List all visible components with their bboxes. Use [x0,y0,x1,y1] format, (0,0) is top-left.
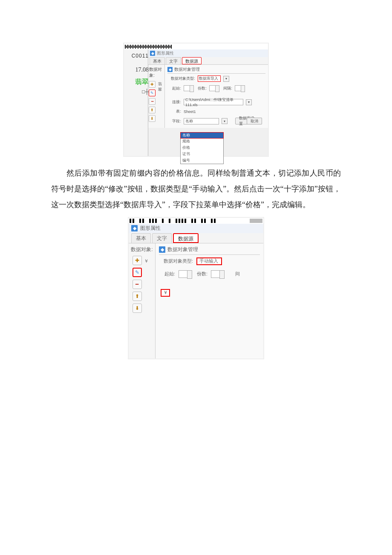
tab-data-source[interactable]: 数据源 [173,233,199,243]
sheet-value: Sheet1 [184,110,196,114]
body-paragraph: 然后添加带有固定前缀内容的价格信息。同样绘制普通文本，切记添加人民币的符号时是选… [51,165,341,213]
price-value: 17.08 [124,59,149,73]
screenshot-2: ◆ 图形属性 基本 文字 数据源 数据对象: ✚ ✎ ━ ⬆ ⬇ ￥ [128,217,264,359]
start-label: 起始: [163,271,175,277]
panel-title: 图形属性 [140,225,161,232]
tab-basic[interactable]: 基本 [131,233,151,243]
delete-button[interactable]: ━ [149,98,156,105]
panel-icon: ◆ [131,225,138,231]
edit-button[interactable]: ✎ [133,268,142,277]
chevron-down-icon[interactable]: ▾ [246,99,252,105]
panel-icon: ◆ [150,51,155,56]
type-label: 数据对象类型: [171,76,195,81]
property-tabs: 基本 文字 数据源 [129,233,263,243]
ruler [124,43,268,49]
barcode-code: C0011 [124,49,149,59]
start-spinner[interactable]: 1 [179,270,192,278]
count-spinner[interactable]: 1 [209,85,219,91]
move-up-button[interactable]: ⬆ [149,107,156,113]
dropdown-option[interactable]: 编号 [181,157,223,164]
count-label: 份数: [196,271,208,277]
move-down-button[interactable]: ⬇ [149,115,156,122]
type-select[interactable]: 数据库导入 [198,75,221,82]
tab-basic[interactable]: 基本 [150,57,165,64]
move-down-button[interactable]: ⬇ [133,304,142,313]
interval-spinner[interactable]: 1 [235,85,245,91]
tab-text[interactable]: 文字 [166,57,181,64]
dropdown-option[interactable]: 价格 [181,145,223,151]
dropdown-option[interactable]: 规格 [181,138,223,145]
data-object-label: 数据对象: [149,66,164,78]
list-item[interactable]: ￥ [143,257,152,265]
property-tabs: 基本 文字 数据源 [148,57,268,65]
conn-label: 连接: [171,99,181,105]
sheet-label: 表: [171,109,181,114]
cancel-button[interactable]: 取消 [247,118,262,124]
ruler [129,218,263,224]
edit-button[interactable]: ✎ [149,90,156,96]
add-button[interactable]: ✚ [133,256,142,265]
jade-text: 翡翠 [124,73,149,87]
panel-titlebar: ◆ 图形属性 [129,224,263,233]
count-spinner[interactable]: 1 [211,270,225,278]
start-label: 起始: [171,86,181,91]
properties-panel: ◆ 图形属性 基本 文字 数据源 数据对象: ✚ ✎ ━ ⬆ ⬇ [148,49,268,156]
dropdown-option[interactable]: 名称 [180,132,224,139]
chevron-down-icon[interactable]: ▾ [223,76,229,82]
cursor-mark: □┼ [124,87,149,95]
value-box[interactable]: ￥ [161,289,170,297]
canvas-preview: C0011 17.08 翡翠 □┼ [124,49,150,95]
mgr-icon: ◆ [167,67,173,72]
panel-title: 图形属性 [157,50,174,56]
mgr-title: 数据对象管理 [167,246,198,253]
type-select[interactable]: 手动输入 [196,257,222,265]
start-spinner[interactable]: 1 [184,85,194,91]
interval-label: 间隔: [222,86,232,91]
mgr-title: 数据对象管理 [174,66,200,72]
dropdown-option[interactable]: 证书 [181,151,223,157]
mgr-icon: ◆ [159,246,165,253]
tab-data-source[interactable]: 数据源 [182,57,202,64]
field-label: 字段: [171,119,181,124]
add-button[interactable]: ✚ [149,81,156,88]
chevron-down-icon[interactable]: ▾ [222,118,228,124]
data-object-label: 数据对象: [131,246,153,253]
count-label: 份数: [196,86,207,91]
conn-select[interactable]: C:\Users\Admi...件\珠宝清单111.xls [184,99,243,105]
field-dropdown[interactable]: 名称 规格 价格 证书 编号 [180,132,224,164]
field-select[interactable]: 名称 [184,118,219,124]
delete-button[interactable]: ━ [133,280,142,289]
type-label: 数据对象类型: [163,258,193,264]
screenshot-1: C0011 17.08 翡翠 □┼ ◆ 图形属性 基本 文字 数据源 数据对象:… [123,43,269,157]
interval-label: 间 [228,271,240,277]
list-item[interactable]: 翡翠 [157,81,165,93]
move-up-button[interactable]: ⬆ [133,292,142,301]
panel-titlebar: ◆ 图形属性 [148,49,268,57]
tab-text[interactable]: 文字 [152,233,172,243]
